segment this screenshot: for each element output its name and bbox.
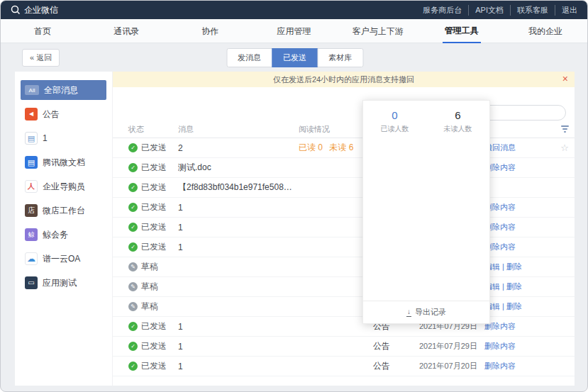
nav-item-app-management[interactable]: 应用管理	[252, 19, 335, 43]
table-row: ✓ 已发送 【2f8d83bf034b1e971fe5083eea...	[113, 178, 575, 198]
nav-item-home[interactable]: 首页	[1, 19, 84, 43]
status-text: 已发送	[141, 221, 167, 233]
nav-label: 通讯录	[111, 20, 141, 43]
popup-stats: 0 已读人数 6 未读人数	[363, 101, 489, 134]
status-cell: ✓ 已发送	[128, 162, 178, 174]
message-cell: 1	[178, 242, 299, 252]
date-cell: 2021年07月29日	[419, 341, 484, 352]
sidebar-item-microshop-workbench[interactable]: 店 微店工作台	[21, 201, 106, 220]
sent-status-icon: ✓	[128, 163, 138, 172]
message-cell: 1	[178, 223, 299, 233]
nav-item-collaboration[interactable]: 协作	[168, 19, 252, 43]
status-cell: ✓ 已发送	[128, 201, 178, 213]
edit-delete-links[interactable]: 编辑 | 删除	[484, 281, 555, 292]
tab-send-message[interactable]: 发消息	[226, 48, 272, 67]
table-row: ✓ 已发送 2 已读 0 未读 6 撤回消息 ☆	[113, 138, 575, 158]
sidebar-item-app-1[interactable]: ▤ 1	[21, 128, 106, 148]
link-api-docs[interactable]: API文档	[468, 5, 504, 16]
all-badge: All	[25, 85, 39, 95]
status-cell: ✎ 草稿	[128, 261, 178, 273]
table-row: ✓ 已发送 1 公告 2021年07月29日 删除内容	[113, 317, 575, 337]
sidebar-item-label: 1	[43, 133, 48, 143]
search-row	[121, 105, 566, 121]
back-button[interactable]: « 返回	[22, 49, 60, 67]
status-text: 草稿	[141, 301, 158, 313]
document-icon: ▤	[25, 156, 38, 169]
tab-material-library[interactable]: 素材库	[317, 48, 363, 67]
type-cell: 公告	[373, 360, 419, 372]
draft-status-icon: ✎	[128, 282, 138, 291]
delete-content-link[interactable]: 删除内容	[484, 242, 555, 252]
status-text: 已发送	[141, 241, 167, 253]
nav-item-my-company[interactable]: 我的企业	[504, 19, 587, 43]
delete-content-link[interactable]: 删除内容	[484, 341, 555, 352]
status-cell: ✓ 已发送	[128, 181, 178, 194]
status-cell: ✓ 已发送	[128, 360, 178, 372]
edit-delete-links[interactable]: 编辑 | 删除	[484, 301, 555, 312]
star-icon[interactable]: ☆	[560, 143, 569, 152]
read-count-label: 已读人数	[363, 124, 426, 134]
sent-status-icon: ✓	[128, 322, 138, 331]
read-status-popup: 0 已读人数 6 未读人数 ↓ 导出记录	[362, 100, 490, 324]
app-sidebar: All 全部消息 ◀ 公告 ▤ 1 ▤ 腾讯微文档 人 企业导购员	[15, 72, 113, 386]
table-row: ✓ 已发送 测试.doc 删除内容	[113, 158, 575, 178]
nav-label: 首页	[32, 20, 53, 43]
table-row: ✓ 已发送 1 公告 2021年07月20日 删除内容	[113, 357, 575, 376]
nav-item-contacts[interactable]: 通讯录	[84, 19, 168, 43]
recall-message-link[interactable]: 撤回消息	[484, 142, 555, 153]
status-cell: ✓ 已发送	[128, 241, 178, 253]
download-icon: ↓	[406, 308, 411, 317]
export-records-button[interactable]: ↓ 导出记录	[363, 301, 489, 323]
monitor-icon: ▭	[25, 276, 38, 289]
sidebar-item-label: 企业导购员	[43, 181, 85, 193]
status-cell: ✎ 草稿	[128, 281, 178, 293]
edit-delete-links[interactable]: 编辑 | 删除	[484, 262, 555, 272]
sent-status-icon: ✓	[128, 342, 138, 351]
message-cell: 1	[178, 342, 299, 352]
type-cell: 公告	[373, 340, 419, 352]
megaphone-icon: ◀	[25, 108, 38, 121]
filter-icon[interactable]	[560, 125, 570, 133]
brand-name: 企业微信	[24, 4, 58, 16]
nav-item-customers[interactable]: 客户与上下游	[336, 19, 420, 43]
sidebar-item-label: 鲸会务	[43, 229, 68, 241]
sidebar-item-cloud-oa[interactable]: ☁ 谱一云OA	[21, 249, 106, 269]
message-cell: 1	[178, 203, 299, 213]
sidebar-item-whale-meeting[interactable]: 鲸 鲸会务	[21, 225, 106, 245]
main-panel: All 全部消息 ◀ 公告 ▤ 1 ▤ 腾讯微文档 人 企业导购员	[15, 72, 575, 386]
sidebar-item-shopping-guide[interactable]: 人 企业导购员	[21, 177, 106, 196]
delete-content-link[interactable]: 删除内容	[484, 361, 555, 371]
draft-status-icon: ✎	[128, 302, 138, 311]
sidebar-item-announcement[interactable]: ◀ 公告	[21, 104, 106, 124]
link-provider-console[interactable]: 服务商后台	[423, 5, 462, 16]
message-table: 状态 消息 阅读情况 ✓ 已发送	[113, 121, 575, 386]
tab-sent[interactable]: 已发送	[272, 48, 318, 67]
message-cell: 【2f8d83bf034b1e971fe5083eea...	[178, 181, 299, 194]
status-cell: ✎ 草稿	[128, 301, 178, 313]
nav-item-admin-tools[interactable]: 管理工具	[420, 19, 504, 43]
delete-content-link[interactable]: 删除内容	[484, 321, 555, 332]
delete-content-link[interactable]: 删除内容	[484, 222, 555, 233]
sidebar-item-tencent-docs[interactable]: ▤ 腾讯微文档	[21, 152, 106, 172]
table-row: ✎ 草稿 编辑 | 删除	[113, 297, 575, 317]
close-icon[interactable]: ×	[562, 74, 568, 84]
sidebar-item-all-messages[interactable]: All 全部消息	[21, 80, 106, 100]
status-text: 草稿	[141, 281, 158, 293]
link-logout[interactable]: 退出	[555, 5, 577, 16]
sidebar-item-app-test[interactable]: ▭ 应用测试	[21, 273, 106, 293]
table-row: ✎ 草稿 编辑 | 删除	[113, 257, 575, 277]
default-app-icon: ▤	[25, 132, 38, 145]
table-row: ✓ 已发送 1 删除内容	[113, 237, 575, 257]
link-contact-support[interactable]: 联系客服	[510, 5, 548, 16]
sidebar-item-label: 全部消息	[44, 84, 78, 96]
app-window: 企业微信 服务商后台 API文档 联系客服 退出 首页 通讯录 协作 应用管理 …	[0, 0, 588, 392]
read-count-link[interactable]: 已读 0	[299, 142, 323, 152]
delete-content-link[interactable]: 删除内容	[484, 202, 555, 213]
message-tabs: 发消息 已发送 素材库	[226, 48, 363, 67]
sent-status-icon: ✓	[128, 143, 138, 152]
page-content: « 返回 发消息 已发送 素材库 All 全部消息 ◀ 公告 ▤	[1, 43, 587, 392]
unread-count-link[interactable]: 未读 6	[329, 142, 353, 152]
delete-content-link[interactable]: 删除内容	[484, 162, 555, 173]
status-cell: ✓ 已发送	[128, 142, 178, 154]
status-cell: ✓ 已发送	[128, 221, 178, 233]
